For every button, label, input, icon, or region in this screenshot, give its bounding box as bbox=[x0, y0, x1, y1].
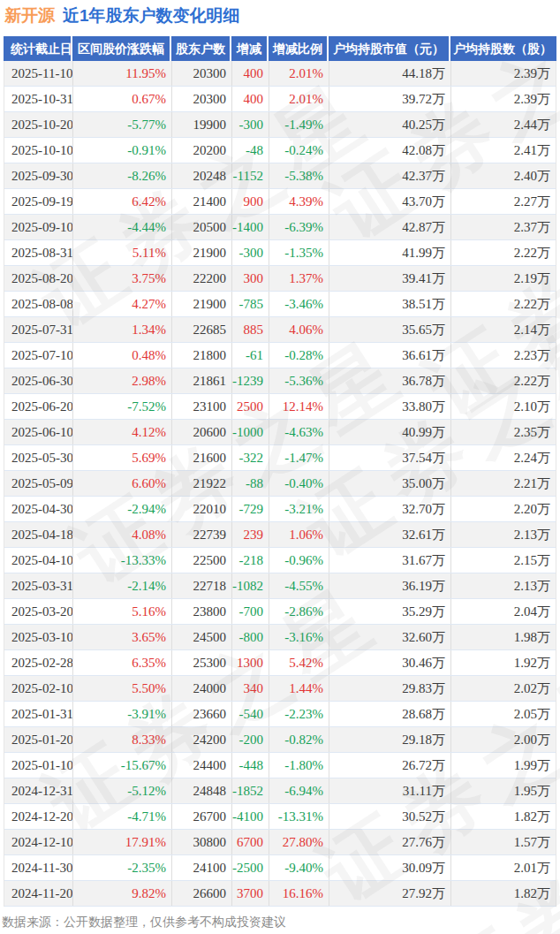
cell-holder-delta: 885 bbox=[232, 317, 269, 342]
cell-avg-shares: 2.01万 bbox=[451, 855, 556, 880]
cell-holder-count: 21900 bbox=[172, 292, 232, 316]
cell-avg-market-value: 32.60万 bbox=[329, 625, 451, 649]
cell-price-change-pct: 9.82% bbox=[73, 881, 172, 906]
table-body: 2025-11-1011.95%203004002.01%44.18万2.39万… bbox=[4, 61, 556, 907]
cell-holder-count: 26700 bbox=[172, 804, 232, 829]
cell-date: 2025-06-30 bbox=[4, 368, 73, 393]
cell-date: 2024-12-10 bbox=[4, 830, 73, 854]
table-row: 2024-12-20-4.71%26700-4100-13.31%30.52万1… bbox=[4, 804, 556, 830]
cell-avg-market-value: 42.87万 bbox=[329, 215, 451, 239]
cell-holder-count: 19900 bbox=[172, 112, 232, 137]
table-row: 2025-09-196.42%214009004.39%43.70万2.27万 bbox=[4, 189, 556, 215]
cell-holder-delta: 3700 bbox=[232, 881, 269, 906]
table-row: 2025-09-30-8.26%20248-1152-5.38%42.37万2.… bbox=[4, 163, 556, 189]
cell-avg-market-value: 29.18万 bbox=[329, 727, 451, 752]
cell-holder-delta-pct: -5.36% bbox=[269, 368, 329, 393]
cell-avg-market-value: 33.80万 bbox=[329, 394, 451, 419]
cell-price-change-pct: 4.12% bbox=[73, 420, 172, 444]
cell-avg-shares: 2.04万 bbox=[451, 599, 556, 624]
cell-avg-shares: 2.00万 bbox=[451, 727, 556, 752]
cell-price-change-pct: 5.11% bbox=[73, 240, 172, 265]
cell-price-change-pct: 6.35% bbox=[73, 650, 172, 675]
cell-holder-delta: -322 bbox=[232, 445, 269, 470]
table-row: 2025-05-305.69%21600-322-1.47%37.54万2.24… bbox=[4, 445, 556, 471]
cell-holder-delta: -4100 bbox=[232, 804, 269, 829]
cell-date: 2024-11-20 bbox=[4, 881, 73, 906]
cell-avg-market-value: 30.09万 bbox=[329, 855, 451, 880]
cell-holder-count: 21900 bbox=[172, 240, 232, 265]
cell-holder-delta-pct: 4.06% bbox=[269, 317, 329, 342]
cell-holder-delta-pct: 1.44% bbox=[269, 676, 329, 701]
cell-price-change-pct: 0.48% bbox=[73, 343, 172, 368]
cell-holder-delta: -448 bbox=[232, 753, 269, 778]
cell-avg-market-value: 35.00万 bbox=[329, 471, 451, 496]
cell-avg-shares: 1.98万 bbox=[451, 625, 556, 649]
cell-price-change-pct: -2.14% bbox=[73, 573, 172, 598]
cell-avg-shares: 2.39万 bbox=[451, 61, 556, 86]
cell-price-change-pct: -4.71% bbox=[73, 804, 172, 829]
cell-avg-shares: 2.02万 bbox=[451, 676, 556, 701]
cell-price-change-pct: 5.50% bbox=[73, 676, 172, 701]
cell-holder-delta-pct: -2.23% bbox=[269, 702, 329, 726]
cell-price-change-pct: -5.77% bbox=[73, 112, 172, 137]
cell-price-change-pct: 2.98% bbox=[73, 368, 172, 393]
table-row: 2025-03-31-2.14%22718-1082-4.55%36.19万2.… bbox=[4, 573, 556, 599]
cell-avg-shares: 1.92万 bbox=[451, 650, 556, 675]
cell-avg-market-value: 31.67万 bbox=[329, 548, 451, 573]
cell-price-change-pct: -8.26% bbox=[73, 163, 172, 188]
cell-holder-count: 21922 bbox=[172, 471, 232, 496]
cell-date: 2025-03-20 bbox=[4, 599, 73, 624]
cell-holder-delta: -1152 bbox=[232, 163, 269, 188]
table-row: 2025-10-20-5.77%19900-300-1.49%40.25万2.4… bbox=[4, 112, 556, 138]
cell-date: 2025-03-10 bbox=[4, 625, 73, 649]
cell-date: 2025-01-31 bbox=[4, 702, 73, 726]
cell-price-change-pct: 5.69% bbox=[73, 445, 172, 470]
cell-date: 2025-06-10 bbox=[4, 420, 73, 444]
cell-date: 2025-10-20 bbox=[4, 112, 73, 137]
cell-avg-shares: 2.27万 bbox=[451, 189, 556, 214]
table-row: 2025-07-311.34%226858854.06%35.65万2.14万 bbox=[4, 317, 556, 343]
cell-holder-delta-pct: 5.42% bbox=[269, 650, 329, 675]
cell-holder-delta: -1082 bbox=[232, 573, 269, 598]
cell-avg-market-value: 28.68万 bbox=[329, 702, 451, 726]
cell-holder-delta: -800 bbox=[232, 625, 269, 649]
cell-avg-market-value: 27.92万 bbox=[329, 881, 451, 906]
cell-holder-delta: 6700 bbox=[232, 830, 269, 854]
cell-date: 2025-08-31 bbox=[4, 240, 73, 265]
cell-date: 2025-02-28 bbox=[4, 650, 73, 675]
cell-avg-shares: 2.22万 bbox=[451, 240, 556, 265]
cell-avg-shares: 1.82万 bbox=[451, 804, 556, 829]
cell-avg-market-value: 30.52万 bbox=[329, 804, 451, 829]
cell-holder-count: 23800 bbox=[172, 599, 232, 624]
cell-price-change-pct: -2.35% bbox=[73, 855, 172, 880]
cell-price-change-pct: 17.91% bbox=[73, 830, 172, 854]
cell-date: 2025-08-20 bbox=[4, 266, 73, 291]
cell-date: 2025-04-18 bbox=[4, 522, 73, 547]
cell-avg-market-value: 26.72万 bbox=[329, 753, 451, 778]
table-header-row: 统计截止日区间股价涨跌幅股东户数增减增减比例户均持股市值（元）户均持股数（股） bbox=[4, 36, 556, 61]
cell-date: 2025-07-31 bbox=[4, 317, 73, 342]
cell-holder-delta: -200 bbox=[232, 727, 269, 752]
table-row: 2025-04-184.08%227392391.06%32.61万2.13万 bbox=[4, 522, 556, 548]
cell-price-change-pct: 1.34% bbox=[73, 317, 172, 342]
cell-holder-delta-pct: 27.80% bbox=[269, 830, 329, 854]
cell-avg-market-value: 32.70万 bbox=[329, 497, 451, 521]
cell-holder-count: 22718 bbox=[172, 573, 232, 598]
cell-holder-delta: -218 bbox=[232, 548, 269, 573]
cell-holder-count: 30800 bbox=[172, 830, 232, 854]
title-text: 近1年股东户数变化明细 bbox=[63, 6, 240, 25]
cell-avg-market-value: 40.25万 bbox=[329, 112, 451, 137]
cell-avg-market-value: 35.65万 bbox=[329, 317, 451, 342]
cell-avg-market-value: 38.51万 bbox=[329, 292, 451, 316]
cell-holder-delta-pct: -5.38% bbox=[269, 163, 329, 188]
table-row: 2025-08-203.75%222003001.37%39.41万2.19万 bbox=[4, 266, 556, 292]
cell-avg-market-value: 42.08万 bbox=[329, 138, 451, 163]
cell-holder-delta-pct: -0.96% bbox=[269, 548, 329, 573]
cell-avg-shares: 2.41万 bbox=[451, 138, 556, 163]
cell-holder-delta-pct: -1.47% bbox=[269, 445, 329, 470]
cell-holder-count: 22500 bbox=[172, 548, 232, 573]
table-row: 2025-04-30-2.94%22010-729-3.21%32.70万2.2… bbox=[4, 497, 556, 522]
cell-price-change-pct: -5.12% bbox=[73, 778, 172, 803]
cell-holder-count: 22200 bbox=[172, 266, 232, 291]
cell-holder-count: 24500 bbox=[172, 625, 232, 649]
